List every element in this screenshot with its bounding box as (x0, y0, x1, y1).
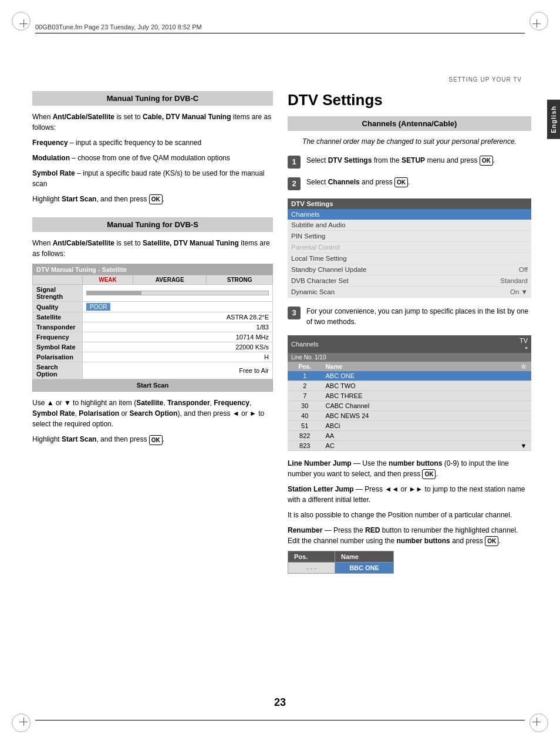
sat-row-quality: Quality POOR (33, 302, 273, 312)
renumber-header-row: Pos. Name (288, 551, 394, 563)
step-num-3: 3 (288, 307, 301, 319)
sat-row-signal: Signal Strength (33, 285, 273, 302)
ok-badge-line: OK (422, 469, 436, 479)
step-2: 2 Select Channels and press OK. (288, 177, 531, 190)
sat-row-satellite: Satellite ASTRA 28.2°E (33, 312, 273, 322)
dvbc-modulation: Modulation – choose from one of five QAM… (32, 153, 273, 163)
corner-decoration-tl (12, 12, 31, 31)
start-scan-label: Start Scan (137, 382, 168, 389)
dvbs-intro: When Ant/Cable/Satellite is set to Satel… (32, 238, 273, 259)
ch-row-abci: 51 ABCi (288, 420, 531, 430)
ch-row-ac: 823 AC ▼ (288, 440, 531, 450)
corner-decoration-br (529, 713, 548, 732)
col-weak: WEAK (83, 275, 133, 285)
dtv-menu-dvbchar: DVB Character SetStandard (288, 275, 531, 286)
renumber-text: Renumber — Press the RED button to renum… (288, 525, 531, 546)
ch-row-abc-two: 2 ABC TWO (288, 381, 531, 390)
ch-header-row: Channels TV ▪ (288, 335, 531, 353)
dvbs-highlight: Highlight Start Scan, and then press OK. (32, 434, 273, 445)
right-column: DTV Settings Channels (Antenna/Cable) Th… (288, 91, 531, 574)
dtv-menu-subtitle: Subtitle and Audio (288, 220, 531, 231)
page-number: 23 (0, 696, 560, 709)
dvbc-header: Manual Tuning for DVB-C (32, 91, 273, 106)
dvbc-highlight: Highlight Start Scan, and then press OK. (32, 194, 273, 204)
line-number-jump-text: Line Number Jump — Use the number button… (288, 458, 531, 479)
sat-row-polarisation: Polarisation H (33, 352, 273, 362)
sat-col-headers: WEAK AVERAGE STRONG (33, 275, 273, 285)
col-average: AVERAGE (133, 275, 206, 285)
channels-table: Channels TV ▪ Line No. 1/10 Pos. Name ☆ … (288, 335, 531, 451)
dvbs-nav-text: Use ▲ or ▼ to highlight an item (Satelli… (32, 398, 273, 429)
renumber-table: Pos. Name - - - BBC ONE (288, 551, 394, 574)
step-3: 3 For your convenience, you can jump to … (288, 306, 531, 327)
sat-row-symbolrate: Symbol Rate 22000 KS/s (33, 342, 273, 352)
setting-up-label: SETTING UP YOUR TV (448, 76, 522, 83)
corner-decoration-tr (529, 12, 548, 31)
renumber-header-name: Name (335, 551, 394, 563)
dtv-menu-time: Local Time Setting (288, 253, 531, 264)
ch-col-row: Pos. Name ☆ (288, 362, 531, 371)
satellite-table: DTV Manual Tuning - Satellite WEAK AVERA… (32, 264, 273, 392)
page-footer (35, 720, 525, 721)
header-filename: 00GB03Tune.fm Page 23 Tuesday, July 20, … (35, 23, 202, 31)
dtv-title: DTV Settings (288, 91, 531, 109)
ok-badge-dvbs: OK (149, 435, 163, 445)
step-num-2: 2 (288, 177, 301, 190)
dvbs-header: Manual Tuning for DVB-S (32, 217, 273, 232)
dtv-menu-table: DTV Settings Channels Subtitle and Audio… (288, 198, 531, 298)
ch-row-aa: 822 AA (288, 430, 531, 440)
ch-row-abcnews: 40 ABC NEWS 24 (288, 410, 531, 420)
sat-row-frequency: Frequency 10714 MHz (33, 332, 273, 342)
sat-row-search: Search Option Free to Air (33, 362, 273, 379)
step-3-text: For your convenience, you can jump to sp… (306, 306, 531, 327)
start-scan-row: Start Scan (33, 379, 273, 392)
renumber-data-row: - - - BBC ONE (288, 563, 394, 574)
ok-badge-renumber: OK (485, 536, 498, 546)
ok-badge-dvbc: OK (149, 194, 163, 204)
dtv-menu-header-row: DTV Settings (288, 198, 531, 209)
dtv-menu-standby: Standby Channel UpdateOff (288, 264, 531, 275)
col-strong: STRONG (207, 275, 273, 285)
channels-header: Channels (Antenna/Cable) (288, 116, 531, 131)
dvbc-symbolrate: Symbol Rate – input a specific baud rate… (32, 168, 273, 189)
english-tab: English (547, 100, 560, 139)
renumber-name-value: BBC ONE (335, 563, 394, 574)
renumber-pos-value: - - - (288, 563, 335, 574)
step-1: 1 Select DTV Settings from the SETUP men… (288, 155, 531, 169)
dtv-menu-channels: Channels (288, 209, 531, 220)
channels-intro: The channel order may be changed to suit… (288, 137, 531, 147)
step-1-text: Select DTV Settings from the SETUP menu … (306, 155, 495, 166)
dtv-menu-dynamic: Dynamic ScanOn ▼ (288, 286, 531, 297)
position-text: It is also possible to change the Positi… (288, 510, 531, 520)
dtv-menu-pin: PIN Setting (288, 230, 531, 241)
corner-decoration-bl (12, 713, 31, 732)
renumber-header-pos: Pos. (288, 551, 335, 563)
station-letter-jump-text: Station Letter Jump — Press ◄◄ or ►► to … (288, 484, 531, 505)
step-num-1: 1 (288, 156, 301, 169)
page-header: 00GB03Tune.fm Page 23 Tuesday, July 20, … (35, 23, 525, 33)
sat-row-transponder: Transponder 1/83 (33, 322, 273, 332)
dvbc-intro: When Ant/Cable/Satellite is set to Cable… (32, 112, 273, 133)
ok-badge-step2: OK (394, 177, 408, 187)
ch-subrow: Line No. 1/10 (288, 353, 531, 362)
ch-row-cabc: 30 CABC Channel (288, 400, 531, 410)
quality-badge: POOR (86, 303, 110, 311)
dtv-menu-header: DTV Settings (288, 198, 531, 209)
ok-badge-step1: OK (480, 156, 493, 166)
sat-table-header: DTV Manual Tuning - Satellite (33, 264, 273, 275)
dtv-menu-parental: Parental Control (288, 241, 531, 253)
ch-row-abc-one: 1 ABC ONE (288, 371, 531, 381)
left-column: Manual Tuning for DVB-C When Ant/Cable/S… (32, 91, 273, 450)
dvbc-frequency: Frequency – input a specific frequency t… (32, 137, 273, 148)
step-2-text: Select Channels and press OK. (306, 177, 410, 187)
ch-row-abc-three: 7 ABC THREE (288, 390, 531, 400)
